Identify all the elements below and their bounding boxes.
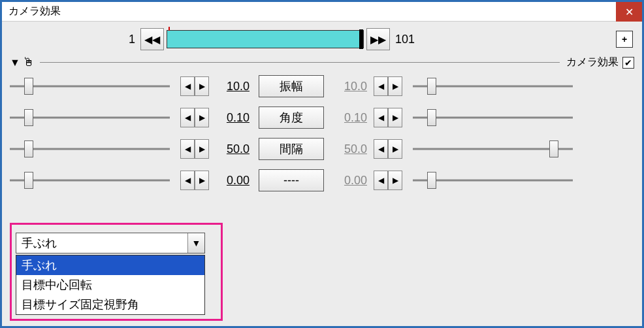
combo-option[interactable]: 目標サイズ固定視野角: [16, 295, 204, 314]
mouse-icon: 🖱: [23, 56, 35, 69]
spinner-dec-button[interactable]: ◀: [374, 139, 388, 159]
param-label-button[interactable]: 間隔: [259, 138, 324, 160]
effect-checkbox[interactable]: ✔: [622, 57, 634, 69]
content-area: 1 ◀◀ ▶▶ 101 + ▼ 🖱 カメラ効果 ✔ ◀ ▶ 10.0 振幅 10…: [2, 22, 642, 326]
spinner-left: ◀ ▶: [180, 139, 209, 159]
timeline-end-cap: [359, 29, 363, 49]
chevron-down-icon: ▼: [192, 238, 201, 248]
param-row: ◀ ▶ 0.10 角度 0.10 ◀ ▶: [2, 102, 642, 133]
value-right[interactable]: 50.0: [330, 142, 370, 156]
check-icon: ✔: [624, 57, 632, 68]
value-right[interactable]: 0.10: [330, 111, 370, 125]
slider-left[interactable]: [10, 144, 170, 154]
window-title: カメラ効果: [8, 5, 61, 18]
slider-right[interactable]: [413, 112, 573, 123]
spinner-dec-button[interactable]: ◀: [374, 76, 388, 96]
spinner-inc-button[interactable]: ▶: [388, 171, 402, 190]
effect-type-combo[interactable]: 手ぶれ ▼: [16, 233, 205, 254]
rewind-icon: ◀◀: [144, 33, 160, 46]
spinner-left: ◀ ▶: [180, 108, 209, 127]
spinner-right: ◀ ▶: [374, 76, 402, 96]
slider-left[interactable]: [10, 175, 170, 186]
frame-end[interactable]: 101: [390, 33, 420, 46]
highlighted-combo-area: 手ぶれ ▼ 手ぶれ 目標中心回転 目標サイズ固定視野角: [10, 223, 223, 321]
rewind-button[interactable]: ◀◀: [140, 28, 164, 50]
section-header: ▼ 🖱 カメラ効果 ✔: [2, 53, 642, 71]
slider-left[interactable]: [10, 112, 170, 123]
spinner-dec-button[interactable]: ◀: [180, 108, 195, 127]
camera-effect-window: カメラ効果 ✕ 1 ◀◀ ▶▶ 101 + ▼ 🖱 カメラ効果 ✔ ◀ ▶ 10…: [0, 0, 644, 328]
combo-dropdown-list: 手ぶれ 目標中心回転 目標サイズ固定視野角: [16, 255, 205, 315]
param-label-button[interactable]: 振幅: [259, 75, 324, 97]
spinner-right: ◀ ▶: [374, 171, 402, 190]
close-icon: ✕: [625, 6, 634, 18]
forward-button[interactable]: ▶▶: [366, 28, 390, 50]
spinner-inc-button[interactable]: ▶: [388, 139, 402, 159]
timeline-row: 1 ◀◀ ▶▶ 101 +: [2, 22, 642, 53]
spinner-left: ◀ ▶: [180, 171, 209, 190]
divider: [40, 62, 560, 63]
spinner-dec-button[interactable]: ◀: [180, 76, 195, 96]
slider-right[interactable]: [413, 144, 573, 154]
value-right[interactable]: 0.00: [330, 174, 370, 188]
param-row: ◀ ▶ 50.0 間隔 50.0 ◀ ▶: [2, 133, 642, 165]
spinner-inc-button[interactable]: ▶: [195, 171, 209, 190]
spinner-inc-button[interactable]: ▶: [195, 139, 209, 159]
spinner-dec-button[interactable]: ◀: [374, 171, 388, 190]
title-bar: カメラ効果 ✕: [2, 2, 642, 22]
close-button[interactable]: ✕: [616, 2, 642, 22]
frame-start[interactable]: 1: [10, 33, 140, 46]
spinner-dec-button[interactable]: ◀: [180, 139, 195, 159]
value-left[interactable]: 50.0: [213, 142, 252, 156]
value-left[interactable]: 10.0: [213, 80, 252, 93]
param-row: ◀ ▶ 0.00 ---- 0.00 ◀ ▶: [2, 165, 642, 196]
spinner-inc-button[interactable]: ▶: [195, 108, 209, 127]
combo-option[interactable]: 目標中心回転: [16, 275, 204, 295]
slider-left[interactable]: [10, 81, 170, 91]
param-row: ◀ ▶ 10.0 振幅 10.0 ◀ ▶: [2, 71, 642, 102]
spinner-inc-button[interactable]: ▶: [388, 108, 402, 127]
forward-icon: ▶▶: [370, 33, 386, 46]
spinner-dec-button[interactable]: ◀: [374, 108, 388, 127]
spinner-inc-button[interactable]: ▶: [195, 76, 209, 96]
spinner-dec-button[interactable]: ◀: [180, 171, 195, 190]
collapse-toggle[interactable]: ▼: [10, 57, 20, 69]
value-left[interactable]: 0.00: [213, 174, 252, 188]
value-left[interactable]: 0.10: [213, 111, 252, 125]
combo-dropdown-button[interactable]: ▼: [187, 233, 204, 253]
spinner-right: ◀ ▶: [374, 139, 402, 159]
param-label-button[interactable]: 角度: [259, 107, 324, 129]
add-button[interactable]: +: [616, 31, 633, 48]
slider-right[interactable]: [413, 175, 573, 186]
effect-checkbox-label: カメラ効果: [566, 56, 619, 69]
spinner-right: ◀ ▶: [374, 108, 402, 127]
value-right[interactable]: 10.0: [330, 80, 370, 93]
spinner-inc-button[interactable]: ▶: [388, 76, 402, 96]
combo-option[interactable]: 手ぶれ: [16, 255, 204, 275]
spinner-left: ◀ ▶: [180, 76, 209, 96]
slider-right[interactable]: [413, 81, 573, 91]
plus-icon: +: [622, 34, 627, 44]
timeline-track[interactable]: [167, 30, 364, 48]
combo-selected-text: 手ぶれ: [16, 235, 187, 251]
param-label-button[interactable]: ----: [259, 169, 324, 191]
